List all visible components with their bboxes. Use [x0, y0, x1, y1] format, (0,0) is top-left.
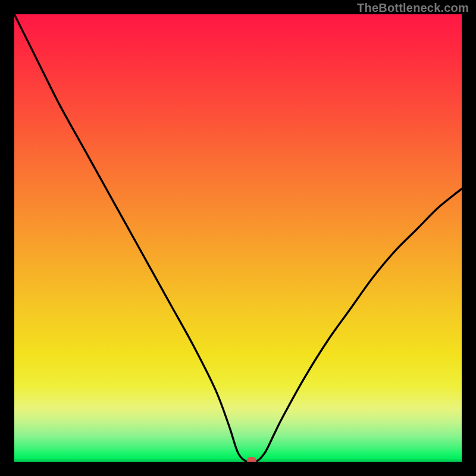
minimum-marker [247, 457, 256, 462]
plot-area [14, 14, 462, 462]
bottleneck-curve [14, 14, 462, 462]
figure-root: TheBottleneck.com [0, 0, 476, 476]
watermark-text: TheBottleneck.com [357, 1, 469, 15]
